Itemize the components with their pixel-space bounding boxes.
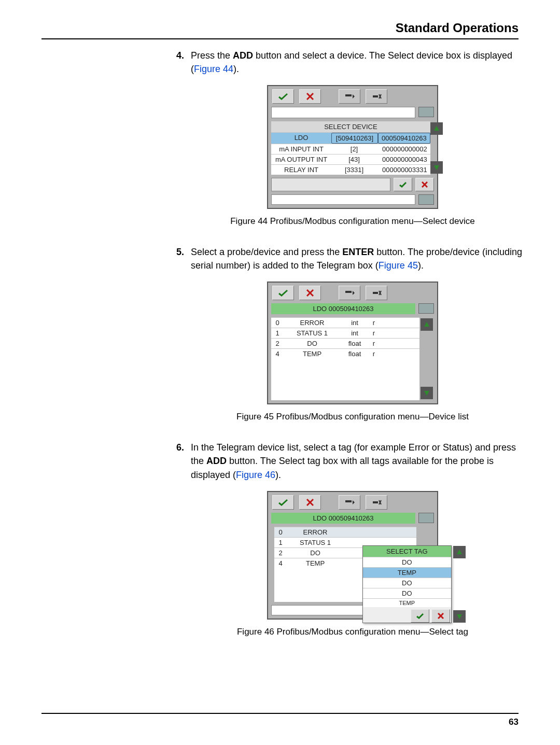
figure-link[interactable]: Figure 44	[194, 64, 233, 74]
step-num: 4.	[176, 49, 191, 76]
step-body: Press the ADD button and select a device…	[191, 49, 529, 76]
scroll-up-button[interactable]	[430, 122, 443, 135]
add-keyword: ADD	[206, 456, 227, 466]
svg-marker-7	[434, 126, 439, 131]
tag-row[interactable]: DO	[363, 588, 451, 598]
list-row[interactable]: 0ERROR	[274, 527, 416, 537]
scroll-down-button[interactable]	[453, 610, 466, 623]
remove-button[interactable]	[366, 495, 387, 510]
device-name: LDO	[271, 133, 331, 144]
scroll-up-button[interactable]	[421, 318, 433, 331]
device-row[interactable]: mA INPUT INT[2]000000000002	[271, 144, 430, 154]
step-body: In the Telegram device list, select a ta…	[191, 441, 529, 481]
cancel-button[interactable]	[299, 89, 321, 104]
svg-marker-28	[457, 614, 462, 619]
cancel-button[interactable]	[299, 495, 321, 510]
device-row[interactable]: LDO[509410263]000509410263	[271, 132, 430, 144]
device-title: LDO 000509410263	[271, 303, 415, 314]
figure-caption: Figure 46 Profibus/Modbus configuration …	[176, 627, 529, 637]
svg-marker-27	[457, 550, 462, 554]
svg-rect-13	[345, 291, 352, 293]
device-serial: 000000000043	[377, 154, 430, 164]
status-box	[418, 194, 434, 205]
status-box	[418, 107, 434, 117]
step-5: 5. Select a probe/device and press the E…	[176, 245, 529, 272]
cancel-button[interactable]	[431, 609, 450, 623]
dropdown-button[interactable]	[339, 286, 360, 300]
svg-marker-8	[434, 165, 439, 170]
step-body: Select a probe/device and press the ENTE…	[191, 245, 529, 272]
ok-button[interactable]	[411, 609, 429, 623]
tag-row[interactable]: DO	[363, 557, 451, 567]
device-serial: 000000003331	[377, 165, 430, 175]
list-row[interactable]: 4TEMPfloatr	[271, 348, 419, 359]
footer-rule	[41, 713, 519, 714]
device-id: [3331]	[331, 165, 377, 175]
ok-button[interactable]	[272, 495, 294, 510]
footer-bar	[271, 178, 390, 191]
list-row[interactable]: 0ERRORintr	[271, 317, 419, 328]
cancel-button[interactable]	[299, 286, 321, 300]
tag-row[interactable]: TEMP	[363, 598, 451, 607]
header-rule	[41, 38, 519, 39]
popup-title: SELECT TAG	[363, 546, 451, 557]
device-row[interactable]: RELAY INT[3331]000000003331	[271, 164, 430, 175]
list-blank	[271, 359, 419, 400]
toolbar	[268, 86, 437, 107]
figure-caption: Figure 45 Profibus/Modbus configuration …	[176, 412, 529, 422]
svg-rect-4	[373, 95, 378, 97]
tag-row[interactable]: DO	[363, 578, 451, 588]
dropdown-button[interactable]	[339, 89, 360, 104]
step-6: 6. In the Telegram device list, select a…	[176, 441, 529, 481]
blank-bar	[271, 107, 415, 118]
list-row[interactable]: 1STATUS 1intr	[271, 328, 419, 338]
section-title: Standard Operations	[41, 21, 519, 35]
ok-button[interactable]	[272, 286, 294, 300]
device-name: mA INPUT INT	[271, 144, 331, 154]
status-box	[418, 303, 434, 314]
device-id: [2]	[331, 144, 377, 154]
svg-marker-3	[353, 94, 355, 99]
ok-button[interactable]	[394, 178, 412, 191]
toolbar	[268, 283, 437, 303]
status-box	[418, 513, 434, 523]
select-tag-popup: SELECT TAG DOTEMPDODOTEMP	[362, 545, 452, 623]
cancel-button[interactable]	[415, 178, 434, 191]
tag-row[interactable]: TEMP	[363, 567, 451, 578]
remove-button[interactable]	[366, 286, 387, 300]
device-id: [43]	[331, 154, 377, 164]
add-keyword: ADD	[233, 50, 253, 61]
device-row[interactable]: mA OUTPUT INT[43]000000000043	[271, 154, 430, 164]
device-title: LDO 000509410263	[271, 513, 415, 524]
figure-caption: Figure 44 Profibus/Modbus configuration …	[176, 216, 529, 227]
figure-link[interactable]: Figure 46	[236, 470, 275, 480]
device-name: mA OUTPUT INT	[271, 154, 331, 164]
svg-rect-22	[345, 500, 352, 502]
step-num: 5.	[176, 245, 191, 272]
footer-bar	[271, 194, 415, 205]
scroll-up-button[interactable]	[453, 546, 466, 558]
svg-marker-23	[353, 500, 355, 504]
list-row[interactable]: 2DOfloatr	[271, 338, 419, 348]
device-serial: 000509410263	[378, 133, 430, 144]
device-name: RELAY INT	[271, 165, 331, 175]
svg-rect-24	[373, 501, 378, 503]
svg-marker-18	[424, 322, 429, 327]
svg-rect-2	[345, 94, 352, 96]
enter-keyword: ENTER	[342, 247, 374, 257]
scroll-down-button[interactable]	[430, 161, 443, 174]
dropdown-button[interactable]	[339, 495, 360, 510]
svg-marker-14	[353, 291, 355, 295]
step-4: 4. Press the ADD button and select a dev…	[176, 49, 529, 76]
figure-44-screen: SELECT DEVICE LDO[509410263]000509410263…	[267, 85, 438, 209]
remove-button[interactable]	[366, 89, 387, 104]
device-id: [509410263]	[331, 133, 378, 144]
svg-marker-19	[424, 391, 429, 396]
scroll-down-button[interactable]	[421, 387, 433, 399]
step-num: 6.	[176, 441, 191, 481]
figure-46-screen: LDO 000509410263 0ERROR1STATUS 12DO4TEMP…	[267, 491, 438, 620]
panel-title: SELECT DEVICE	[271, 121, 430, 132]
ok-button[interactable]	[272, 89, 294, 104]
figure-link[interactable]: Figure 45	[379, 260, 418, 271]
toolbar	[268, 492, 437, 513]
